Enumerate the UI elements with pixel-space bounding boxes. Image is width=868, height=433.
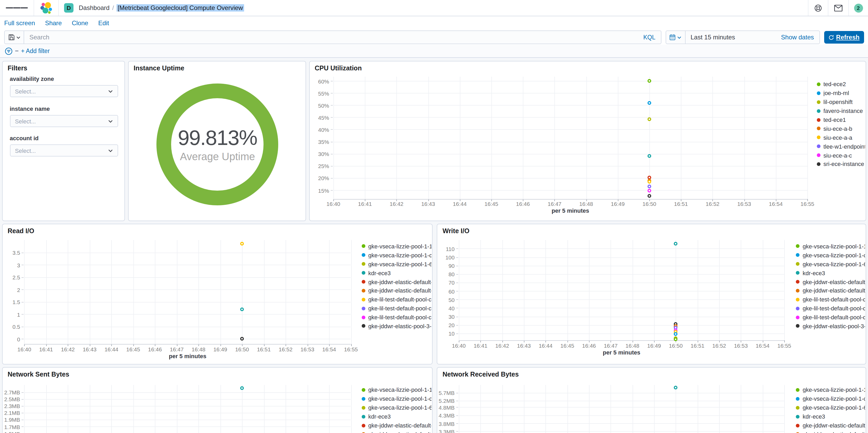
share-button[interactable]: Share — [45, 20, 62, 27]
legend-item[interactable]: gke-lil-test-default-pool-c1e... — [362, 304, 431, 313]
y-axis-tick — [456, 265, 458, 266]
instance-name-select[interactable]: Select... — [10, 115, 118, 127]
date-picker: Last 15 minutes Show dates — [665, 30, 820, 44]
legend-item[interactable]: favero-instance — [816, 106, 865, 115]
y-axis-tick-label: 0 — [2, 336, 20, 342]
legend-item[interactable]: gke-jddwr-elastic-default-po... — [796, 286, 865, 295]
legend-series-dot — [362, 307, 365, 310]
newsfeed-mail-icon[interactable] — [828, 0, 848, 16]
y-axis-tick-label: 50% — [310, 102, 329, 109]
filter-options-icon[interactable] — [5, 47, 12, 55]
legend-series-dot — [796, 271, 800, 275]
legend-item[interactable]: siu-ece-a-a — [816, 133, 865, 142]
legend-item[interactable]: joe-mb-ml — [816, 89, 865, 98]
x-gridline — [460, 77, 460, 199]
availability-zone-select[interactable]: Select... — [10, 85, 118, 97]
elastic-logo-icon[interactable] — [34, 1, 58, 15]
legend-series-label: gke-vseca-lizzie-pool-1-630... — [368, 404, 431, 411]
header-divider — [58, 0, 59, 16]
legend-item[interactable]: gke-vseca-lizzie-pool-1-1877... — [796, 385, 865, 395]
y-axis-tick — [331, 166, 333, 167]
legend-item[interactable]: lil-openshift — [816, 98, 865, 107]
legend-item[interactable]: siu-ece-a-b — [816, 124, 865, 133]
x-axis-tick-label: 16:43 — [514, 342, 534, 348]
legend-series-label: lil-openshift — [824, 99, 852, 105]
x-axis-tick-label: 16:50 — [231, 346, 252, 352]
y-gridline — [459, 407, 784, 408]
y-axis-tick-label: 3.8MB — [437, 421, 455, 427]
x-gridline — [351, 240, 351, 344]
y-gridline — [24, 327, 351, 327]
legend-series-dot — [796, 406, 800, 409]
legend-item[interactable]: gke-lil-test-default-pool-c1e... — [362, 295, 431, 304]
y-gridline — [333, 81, 807, 81]
legend-item[interactable]: gke-vseca-lizzie-pool-1-1877... — [362, 242, 431, 251]
x-axis-tick-label: 16:54 — [765, 201, 786, 207]
saved-query-button[interactable] — [5, 31, 24, 44]
space-badge[interactable]: D — [64, 3, 73, 12]
chevron-down-icon — [677, 36, 681, 38]
legend-item[interactable]: gke-jddwr-elastic-default-po... — [796, 277, 865, 286]
legend-item[interactable]: tlee-w1-endpoint — [816, 142, 865, 151]
help-icon[interactable] — [808, 0, 828, 16]
y-axis-tick-label: 3.3MB — [437, 429, 455, 433]
y-axis-tick-label: 40% — [310, 126, 329, 133]
legend-item[interactable]: gke-vseca-lizzie-pool-1-630... — [796, 260, 865, 269]
legend-series-label: gke-lil-test-default-pool-c1e... — [368, 296, 431, 303]
y-gridline — [459, 249, 784, 249]
legend-item[interactable]: ted-ece1 — [816, 115, 865, 124]
legend-item[interactable]: gke-jddwr-elastic-default-po... — [362, 421, 431, 430]
legend-item[interactable]: kdr-ece3 — [362, 268, 431, 277]
legend-item[interactable]: gke-lil-test-default-pool-c1e... — [796, 313, 865, 322]
legend-item[interactable]: gke-jddwr-elastic-default-po... — [796, 430, 865, 433]
legend-item[interactable]: kdr-ece3 — [796, 268, 865, 277]
edit-button[interactable]: Edit — [98, 20, 109, 27]
legend-item[interactable]: gke-vseca-lizzie-pool-1-c417... — [796, 251, 865, 260]
page-title[interactable]: [Metricbeat Googlecloud] Compute Overvie… — [117, 4, 244, 11]
dashboard-toolbar: Full screen Share Clone Edit — [0, 16, 868, 30]
legend-item[interactable]: gke-jddwr-elastic-default-po... — [362, 286, 431, 295]
search-input[interactable] — [24, 34, 638, 41]
legend-item[interactable]: gke-jddwr-elastic-pool-3-74... — [796, 322, 865, 330]
legend-item[interactable]: gke-lil-test-default-pool-c1e... — [796, 304, 865, 313]
legend-item[interactable]: gke-lil-test-default-pool-c1e... — [362, 313, 431, 322]
calendar-button[interactable] — [666, 31, 685, 44]
legend-item[interactable]: gke-vseca-lizzie-pool-1-1877... — [796, 242, 865, 251]
legend-item[interactable]: gke-vseca-lizzie-pool-1-c417... — [362, 251, 431, 260]
legend-item[interactable]: gke-vseca-lizzie-pool-1-c417... — [796, 395, 865, 403]
refresh-button[interactable]: Refresh — [824, 31, 864, 44]
legend-item[interactable]: gke-jddwr-elastic-default-po... — [796, 421, 865, 430]
add-filter-button[interactable]: + Add filter — [21, 48, 50, 54]
legend-item[interactable]: gke-vseca-lizzie-pool-1-c417... — [362, 395, 431, 403]
show-dates-button[interactable]: Show dates — [781, 34, 819, 41]
legend-series-dot — [796, 262, 800, 266]
header-divider — [848, 0, 848, 16]
user-avatar[interactable]: 2 — [854, 3, 863, 12]
legend-item[interactable]: gke-vseca-lizzie-pool-1-630... — [362, 403, 431, 412]
full-screen-button[interactable]: Full screen — [4, 20, 35, 27]
legend-item[interactable]: kdr-ece3 — [362, 412, 431, 421]
time-range-value[interactable]: Last 15 minutes — [685, 34, 781, 41]
legend-item[interactable]: ted-ece2 — [816, 80, 865, 89]
legend-item[interactable]: gke-vseca-lizzie-pool-1-630... — [796, 403, 865, 412]
y-gridline — [459, 415, 784, 416]
menu-icon[interactable] — [0, 0, 34, 16]
clone-button[interactable]: Clone — [72, 20, 88, 27]
legend-item[interactable]: kdr-ece3 — [796, 412, 865, 421]
legend-item[interactable]: gke-vseca-lizzie-pool-1-630... — [362, 260, 431, 269]
y-axis-tick-label: 40 — [437, 305, 455, 311]
x-axis-tick-label: 16:47 — [600, 342, 621, 348]
legend-item[interactable]: sri-ece-instance — [816, 160, 865, 169]
legend-item[interactable]: gke-vseca-lizzie-pool-1-1877... — [362, 385, 431, 395]
legend-item[interactable]: gke-jddwr-elastic-default-po... — [362, 430, 431, 433]
data-point-gke-lil-test-default-pool-c1e... — [240, 242, 244, 246]
x-axis-tick-label: 16:45 — [123, 346, 144, 352]
breadcrumb-dashboard[interactable]: Dashboard — [79, 4, 110, 11]
legend-item[interactable]: siu-ece-a-c — [816, 151, 865, 160]
x-gridline — [365, 77, 365, 199]
legend-item[interactable]: gke-jddwr-elastic-default-po... — [362, 277, 431, 286]
account-id-select[interactable]: Select... — [10, 144, 118, 156]
query-language-button[interactable]: KQL — [638, 34, 661, 40]
legend-item[interactable]: gke-lil-test-default-pool-c1e... — [796, 295, 865, 304]
legend-item[interactable]: gke-jddwr-elastic-pool-3-74... — [362, 322, 431, 330]
